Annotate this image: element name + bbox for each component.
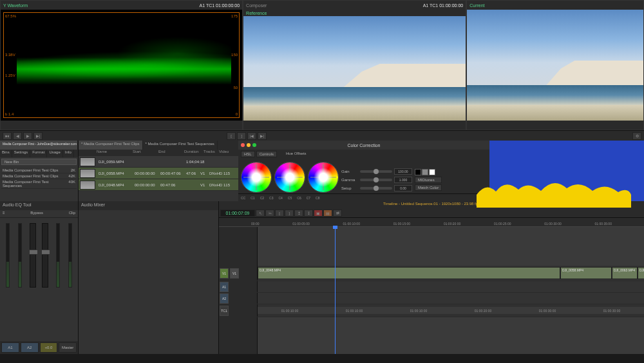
goto-out-button[interactable]: ▶|	[258, 132, 267, 140]
tool-arrow-icon[interactable]: ↖	[256, 210, 265, 217]
bin-item[interactable]: Media Composer First Test Clips	[3, 168, 59, 172]
tool-trim-icon[interactable]: ✂	[265, 210, 274, 217]
timeline-ruler[interactable]: 00:00 01:00:05:00 01:00:10:00 01:00:15:0…	[219, 218, 644, 227]
window-controls[interactable]	[241, 143, 256, 147]
reference-title: Reference	[246, 11, 267, 15]
tool-mark-out-icon[interactable]: ]	[285, 210, 294, 217]
track-a1-body[interactable]	[258, 281, 644, 292]
cc-tab-hsl[interactable]: HSL	[241, 151, 255, 157]
bin-item[interactable]: Media Composer First Test Sequences	[3, 180, 68, 188]
cloud-graphic	[477, 175, 631, 208]
track-v1-body[interactable]: DJI_0048.MP4 DJI_0058.MP4 DJI_0063.MP4 D…	[258, 266, 644, 280]
track-rec-a1[interactable]: A1	[220, 282, 229, 292]
track-a1: A1	[219, 281, 644, 293]
meter-out-r	[68, 223, 72, 288]
clip-thumbnail	[80, 169, 95, 178]
current-title: Current	[469, 3, 484, 8]
timeline-clip[interactable]: DJI_0063.MP4	[612, 267, 638, 279]
midtones-wheel[interactable]	[274, 162, 305, 193]
new-bin-button[interactable]: New Bin	[1, 159, 77, 165]
timeline-toolbar: 01:00:07:09 ↖ ✂ [ ] ↥ ↧ ▣ ▤ ⇄	[219, 209, 644, 218]
timeline-panel: Timeline - Untitled Sequence.01 - 1920x1…	[219, 201, 644, 354]
track-tc1: TC1 01:00:10:00 01:00:10:00 01:00:10:00 …	[219, 304, 644, 317]
cc-title: Color Correction	[348, 143, 381, 148]
tool-lift-icon[interactable]: ↥	[294, 210, 303, 217]
project-bin-list: Media Composer First Test Clips2K Media …	[0, 166, 78, 201]
subtab-settings[interactable]: Settings	[12, 150, 31, 157]
transport-bar: ⏮ ◀ ▶ ▶| [ ] |◀ ▶| ⚙	[0, 130, 644, 141]
bin-tab[interactable]: * Media Composer First Test Clips	[79, 141, 143, 150]
bin-item[interactable]: Media Composer First Test Clips	[3, 174, 59, 178]
tool-insert-icon[interactable]: ▤	[323, 210, 332, 217]
tool-extract-icon[interactable]: ↧	[304, 210, 313, 217]
graphic-preview	[489, 141, 644, 201]
track-src-v1[interactable]: V1	[220, 268, 229, 279]
bin-tab[interactable]: * Media Composer First Test Sequences	[143, 141, 218, 150]
track-a2-body[interactable]	[258, 293, 644, 304]
track-v1: V1 V1 DJI_0048.MP4 DJI_0058.MP4 DJI_0063…	[219, 266, 644, 281]
project-tab[interactable]: Media Composer First - JohnDoe@videomake…	[0, 141, 78, 150]
audio-mixer-panel: Audio Mixer	[79, 201, 219, 354]
timeline-clip[interactable]: DJI_0058.MP4	[560, 267, 612, 279]
track-rec-v1[interactable]: V1	[230, 268, 239, 279]
timeline-clip[interactable]: DJI_0048.MP4	[258, 267, 560, 279]
waveform-scope: 67.5% 3.38V 1.25V b 1.4 175 150 50 0	[3, 12, 240, 118]
goto-in-button[interactable]: |◀	[247, 132, 256, 140]
bin-clip-row[interactable]: DJI_0059.MP4 1:04;04:18	[79, 156, 238, 168]
eq-chip-master[interactable]: Master	[59, 342, 77, 353]
subtab-format[interactable]: Format	[30, 150, 47, 157]
current-video[interactable]	[467, 10, 643, 121]
gamma-slider[interactable]	[360, 179, 392, 181]
setup-slider[interactable]	[360, 187, 392, 190]
shadows-wheel[interactable]	[241, 162, 272, 193]
color-swatches	[415, 169, 442, 175]
highlights-wheel[interactable]	[308, 162, 339, 193]
bin-clip-row[interactable]: DJI_0048.MP4 00:00:00:00 00:47:06 V1 DNx…	[79, 179, 238, 191]
tool-mark-icon[interactable]: [	[275, 210, 284, 217]
subtab-info[interactable]: Info	[63, 150, 74, 157]
meter-l	[6, 223, 10, 288]
rewind-button[interactable]: ⏮	[3, 132, 12, 140]
tool-link-icon[interactable]: ⇄	[333, 210, 342, 217]
track-tc1-label[interactable]: TC1	[220, 306, 229, 316]
waveform-tc-group: A1 TC1 01:00:00:00	[200, 3, 240, 8]
settings-icon[interactable]: ⚙	[632, 132, 641, 140]
midtones-button[interactable]: MIDtones	[415, 177, 442, 183]
audio-mixer-title: Audio Mixer	[79, 201, 218, 210]
track-a2: A2	[219, 293, 644, 304]
reference-video[interactable]	[243, 16, 466, 121]
match-color-button[interactable]: Match Color	[415, 184, 442, 191]
fader-2[interactable]	[42, 223, 48, 288]
current-monitor: Current	[466, 0, 644, 130]
monitors-row: Y Waveform A1 TC1 01:00:00:00 67.5% 3.38…	[0, 0, 644, 130]
eq-chip-a1[interactable]: A1	[1, 342, 19, 353]
mark-in-button[interactable]: [	[227, 132, 236, 140]
timeline-clip[interactable]: DJI_0063.MP4	[638, 267, 644, 279]
subtab-bins[interactable]: Bins	[0, 150, 12, 157]
project-panel: Media Composer First - JohnDoe@videomake…	[0, 141, 79, 201]
step-back-button[interactable]: ◀	[13, 132, 22, 140]
bin-clip-row[interactable]: DJI_0058.MP4 00:00:00:00 00:00:47:06 47:…	[79, 168, 238, 179]
gain-slider[interactable]	[360, 170, 392, 173]
cc-tab-controls[interactable]: Controls	[256, 151, 277, 157]
timeline-timecode[interactable]: 01:00:07:09	[220, 210, 255, 217]
fader-1[interactable]	[30, 223, 36, 288]
cc-subtab[interactable]: Hue Offsets	[283, 151, 309, 157]
clip-thumbnail	[80, 181, 95, 190]
tc-strip: 01:00:10:00 01:00:10:00 01:00:10:00 01:0…	[258, 307, 644, 314]
eq-chip-a2[interactable]: A2	[21, 342, 39, 353]
step-fwd-button[interactable]: ▶|	[33, 132, 43, 140]
mark-out-button[interactable]: ]	[237, 132, 246, 140]
clip-thumbnail	[80, 157, 95, 166]
eq-menu-icon[interactable]: ≡	[3, 211, 5, 217]
meter-r	[18, 223, 22, 288]
subtab-usage[interactable]: Usage	[47, 150, 62, 157]
track-rec-a2[interactable]: A2	[220, 293, 229, 304]
waveform-trace	[17, 26, 231, 104]
meter-out-l	[56, 223, 60, 288]
playhead[interactable]	[335, 227, 336, 354]
waveform-monitor: Y Waveform A1 TC1 01:00:00:00 67.5% 3.38…	[0, 0, 243, 130]
tool-overwrite-icon[interactable]: ▣	[314, 210, 323, 217]
play-button[interactable]: ▶	[23, 132, 32, 140]
eq-chip-level[interactable]: +0.0	[40, 342, 58, 353]
